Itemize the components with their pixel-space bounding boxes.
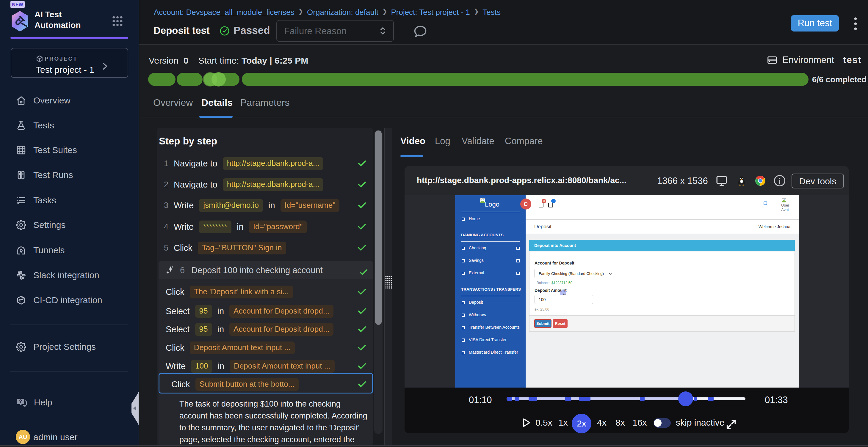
svg-text:?: ? <box>19 399 22 404</box>
